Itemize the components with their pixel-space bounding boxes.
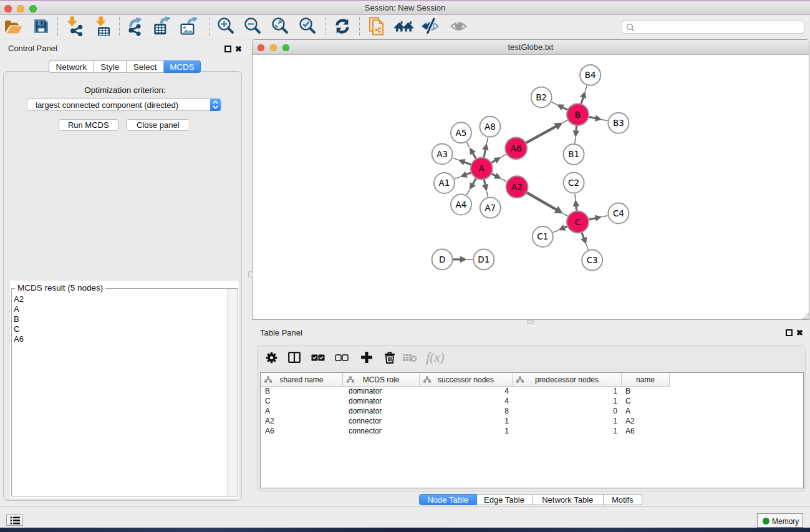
import-network-icon[interactable]	[64, 15, 85, 37]
close-panel-button[interactable]: Close panel	[126, 119, 191, 131]
graph-node-D1[interactable]: D1	[473, 249, 494, 269]
export-network-icon[interactable]	[126, 15, 147, 37]
search-input[interactable]	[637, 22, 799, 32]
trash-icon[interactable]	[380, 348, 400, 367]
zoom-in-icon[interactable]	[215, 15, 236, 37]
import-table-icon[interactable]	[92, 15, 113, 37]
mcds-result-item[interactable]: C	[14, 324, 24, 334]
show-all-networks-icon[interactable]	[393, 15, 415, 37]
show-selected-icon[interactable]	[448, 15, 470, 37]
graph-node-B[interactable]: B	[567, 104, 589, 125]
graph-edge-A-A3[interactable]	[453, 158, 471, 165]
tab-motifs[interactable]: Motifs	[604, 494, 642, 505]
zoom-fit-icon[interactable]	[269, 15, 291, 37]
table-float-panel-icon[interactable]	[786, 329, 793, 336]
graph-edge-A-A2[interactable]	[491, 173, 506, 181]
deselect-all-icon[interactable]	[332, 348, 352, 367]
graph-edge-A-A5[interactable]	[466, 142, 476, 158]
criterion-dropdown[interactable]: largest connected component (directed)	[27, 99, 221, 111]
tab-edge-table[interactable]: Edge Table	[477, 494, 533, 505]
graph-node-A8[interactable]: A8	[480, 117, 500, 137]
graph-node-C[interactable]: C	[567, 211, 589, 233]
graph-node-B1[interactable]: B1	[564, 144, 584, 165]
close-panel-icon[interactable]: ✖	[235, 46, 242, 52]
graph-edge-C-C3[interactable]	[581, 233, 588, 250]
mcds-result-item[interactable]: A2	[14, 294, 24, 304]
window-resize-grip[interactable]	[800, 311, 810, 321]
graph-node-D[interactable]: D	[432, 249, 453, 269]
mcds-result-item[interactable]: B	[14, 314, 24, 324]
graph-edge-A-A4[interactable]	[466, 178, 476, 195]
export-image-icon[interactable]	[179, 15, 200, 37]
graph-node-A3[interactable]: A3	[432, 144, 453, 165]
mcds-scrollbar[interactable]	[227, 289, 236, 496]
graph-node-A5[interactable]: A5	[451, 122, 471, 143]
column-header-MCDS-role[interactable]: MCDS role	[343, 373, 420, 386]
horizontal-divider-grip[interactable]	[527, 320, 534, 324]
graph-node-A[interactable]: A	[471, 158, 493, 180]
tab-network-table[interactable]: Network Table	[533, 494, 604, 505]
column-header-shared-name[interactable]: shared name	[261, 373, 343, 386]
graph-edge-B-B1[interactable]	[573, 126, 580, 143]
graph-node-C3[interactable]: C3	[582, 250, 602, 271]
graph-edge-C-C1[interactable]	[553, 225, 567, 233]
graph-edge-A6-B[interactable]	[526, 120, 567, 143]
graph-node-A6[interactable]: A6	[505, 137, 527, 159]
graph-node-A1[interactable]: A1	[434, 173, 455, 193]
graph-node-C2[interactable]: C2	[564, 173, 584, 193]
graph-edge-C-C4[interactable]	[589, 215, 607, 221]
graph-node-C4[interactable]: C4	[608, 203, 629, 224]
graph-edge-D-D1[interactable]	[453, 256, 473, 263]
mcds-result-item[interactable]: A	[14, 304, 24, 314]
column-header-successor-nodes[interactable]: successor nodes	[420, 373, 513, 386]
table-row[interactable]: Bdominator41B	[261, 385, 670, 395]
float-panel-icon[interactable]	[224, 46, 231, 52]
refresh-icon[interactable]	[332, 15, 353, 37]
graph-node-A4[interactable]: A4	[451, 195, 471, 215]
add-column-icon[interactable]	[357, 348, 377, 367]
tab-select[interactable]: Select	[127, 60, 164, 73]
graph-edge-A-A6[interactable]	[491, 154, 506, 163]
memory-button[interactable]: Memory	[757, 513, 803, 528]
select-all-icon[interactable]	[308, 348, 328, 367]
graph-node-B2[interactable]: B2	[531, 87, 552, 107]
run-mcds-button[interactable]: Run MCDS	[59, 119, 118, 131]
table-row[interactable]: A2connector11A2	[261, 415, 670, 425]
graph-node-B4[interactable]: B4	[580, 65, 600, 85]
task-history-button[interactable]	[6, 515, 23, 526]
graph-edge-B-B2[interactable]	[551, 102, 567, 110]
table-row[interactable]: A6connector11A6	[261, 425, 670, 435]
open-folder-icon[interactable]	[2, 15, 24, 37]
zoom-selected-icon[interactable]	[297, 15, 318, 37]
graph-edge-A-A7[interactable]	[482, 180, 488, 197]
table-close-panel-icon[interactable]: ✖	[796, 329, 803, 336]
column-header-name[interactable]: name	[622, 373, 670, 386]
tab-node-table[interactable]: Node Table	[419, 494, 477, 505]
network-graph-canvas[interactable]: AA6A2BCA5A8A3A1A4A7B2B4B3B1C2C4C1C3DD1	[253, 55, 809, 319]
graph-edge-C-C2[interactable]	[573, 194, 580, 211]
graph-edge-A2-C[interactable]	[527, 193, 567, 216]
graph-edge-A-A1[interactable]	[455, 172, 471, 179]
network-window-titlebar[interactable]: testGlobe.txt	[253, 40, 809, 55]
graph-edge-B-B4[interactable]	[580, 86, 587, 104]
tab-network[interactable]: Network	[49, 60, 94, 73]
tab-style[interactable]: Style	[94, 60, 127, 73]
vertical-divider-grip[interactable]	[248, 271, 253, 278]
tab-mcds[interactable]: MCDS	[164, 60, 201, 73]
open-session-file-icon[interactable]	[366, 15, 387, 37]
graph-node-B3[interactable]: B3	[608, 113, 629, 133]
hide-selected-icon[interactable]	[420, 15, 441, 37]
export-table-icon[interactable]	[152, 15, 173, 37]
gear-icon[interactable]	[261, 348, 281, 367]
split-view-icon[interactable]	[284, 348, 304, 367]
column-header-predecessor-nodes[interactable]: predecessor nodes	[513, 373, 622, 386]
delete-table-icon[interactable]	[400, 348, 420, 367]
graph-edge-A-A8[interactable]	[482, 138, 488, 158]
zoom-out-icon[interactable]	[242, 15, 263, 37]
mcds-result-list[interactable]: A2ABCA6	[14, 294, 24, 344]
table-row[interactable]: Adominator80A	[261, 405, 670, 415]
function-builder-icon[interactable]: f(x)	[425, 348, 445, 367]
save-session-icon[interactable]	[31, 15, 52, 37]
graph-node-C1[interactable]: C1	[533, 226, 553, 247]
graph-edge-B-B3[interactable]	[589, 115, 607, 121]
